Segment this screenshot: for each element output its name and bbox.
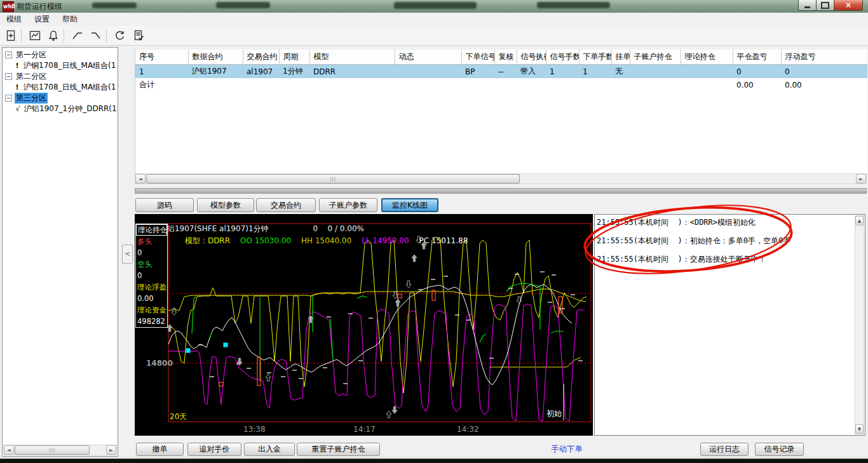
cell (395, 78, 461, 91)
cell (243, 78, 279, 91)
column-header[interactable]: 挂单 (611, 50, 630, 65)
信号记录-button[interactable]: 信号记录 (755, 443, 804, 456)
close-line-icon[interactable] (88, 29, 104, 43)
cell (188, 78, 243, 91)
tree-horizontal-scrollbar[interactable]: ◄ ||| ► (3, 445, 117, 455)
kline-monitor-chart[interactable]: 沪铝1907(SHFE al1907)1分钟0 0 / 0.00% 模型：DDR… (135, 214, 593, 436)
column-header[interactable]: 数据合约 (188, 50, 243, 65)
tree-item-label: 第一分区 (15, 50, 48, 60)
tree-item[interactable]: √沪铝1907_1分钟_DDRR(1) (3, 104, 118, 114)
tree-item[interactable]: −第三分区 (3, 93, 118, 104)
scroll-right-icon[interactable]: ► (856, 174, 866, 184)
info-row: 空头 (136, 258, 167, 270)
new-module-icon[interactable] (3, 29, 18, 43)
scroll-right-icon[interactable]: ► (106, 445, 116, 455)
column-header[interactable]: 信号执行 (517, 50, 546, 65)
tab-子账户参数[interactable]: 子账户参数 (319, 198, 377, 212)
column-header[interactable]: 理论持仓 (681, 50, 733, 65)
menu-item[interactable]: 设置 (28, 13, 56, 26)
tree-item[interactable]: !沪铜1708_日线_MA组合(1 (3, 60, 118, 71)
refresh-icon[interactable] (112, 29, 128, 43)
open-line-icon[interactable] (70, 29, 85, 43)
model-name: 模型：DDRR (185, 236, 230, 245)
minimize-icon (804, 6, 810, 8)
column-header[interactable]: 子账户持仓 (630, 50, 681, 65)
horizontal-splitter[interactable] (135, 188, 867, 194)
menu-item[interactable]: 模组 (0, 13, 28, 26)
撤单-button[interactable]: 撤单 (136, 443, 184, 456)
cell: 1 (546, 65, 579, 79)
tab-交易合约[interactable]: 交易合约 (256, 198, 316, 212)
toolbar-separator (21, 29, 22, 42)
column-header[interactable]: 周期 (279, 50, 309, 65)
chart-window-icon[interactable] (27, 29, 43, 43)
scroll-left-icon[interactable]: ◄ (135, 174, 146, 184)
column-header[interactable]: 下单信号 (461, 50, 494, 65)
cell: 1分钟 (279, 65, 309, 79)
manual-order-link[interactable]: 手动下单 (551, 444, 583, 455)
model-oo: OO 15030.00 (240, 236, 291, 245)
cell (630, 78, 681, 91)
model-ll: LL 14950.00 (362, 236, 409, 245)
menu-item[interactable]: 帮助 (56, 13, 84, 26)
cell (611, 78, 630, 91)
column-header[interactable]: 动态 (395, 50, 461, 65)
column-header[interactable]: 下单手数 (579, 50, 611, 65)
tree-items: −第一分区!沪铜1708_日线_MA组合(1−第二分区!沪铝1708_日线_MA… (3, 48, 118, 114)
alarm-bell-icon[interactable] (46, 29, 61, 43)
info-row: 理论浮盈 (136, 281, 167, 293)
table-horizontal-scrollbar[interactable]: ◄ ||| ► (135, 173, 867, 184)
tab-监控K线图[interactable]: 监控K线图 (381, 198, 438, 212)
重置子账户持仓-button[interactable]: 重置子账户持仓 (297, 443, 380, 456)
tree-item-label: 沪铜1708_日线_MA组合(1 (22, 60, 117, 71)
time-axis-label: 14:32 (457, 425, 479, 434)
scroll-left-icon[interactable]: ◄ (4, 445, 14, 455)
caption-buttons: × (798, 0, 863, 11)
cell: 1 (579, 65, 611, 79)
titlebar: wh8 期货运行模组 × (0, 0, 868, 13)
toolbar-separator (64, 29, 64, 42)
log-line: 21:55:55(本机时间 )：初始持仓：多单0手，空单0手 (597, 236, 790, 246)
log-vertical-scrollbar[interactable]: ▲ ▼ (855, 215, 864, 434)
scrollbar-track[interactable] (855, 225, 864, 424)
log-line: 21:55:55(本机时间 )：交易连接处于断开中！ (597, 254, 766, 265)
scrollbar-thumb[interactable]: ||| (146, 174, 520, 184)
time-axis-label: 13:38 (243, 425, 266, 434)
collapse-tree-button[interactable]: < (122, 245, 133, 264)
maximize-button[interactable] (817, 0, 834, 11)
cell (681, 65, 733, 79)
追对手价-button[interactable]: 追对手价 (187, 443, 241, 456)
toolbar (0, 26, 868, 46)
scrollbar-track[interactable] (90, 445, 106, 455)
column-header[interactable]: 浮动盈亏 (781, 50, 867, 65)
strategy-table[interactable]: 序号数据合约交易合约周期模型动态下单信号复核信号执行信号手数下单手数挂单子账户持… (135, 50, 867, 91)
running-check-icon: √ (14, 105, 22, 113)
运行日志-button[interactable]: 运行日志 (700, 443, 749, 456)
minimize-button[interactable] (798, 0, 817, 11)
column-header[interactable]: 交易合约 (243, 50, 279, 65)
column-header[interactable]: 平仓盈亏 (733, 50, 781, 65)
partition-tree: −第一分区!沪铜1708_日线_MA组合(1−第二分区!沪铝1708_日线_MA… (2, 47, 118, 457)
column-header[interactable]: 复核 (494, 50, 517, 65)
order-check-icon[interactable] (131, 29, 146, 43)
column-header[interactable]: 模型 (309, 50, 395, 65)
tree-item[interactable]: −第一分区 (3, 50, 118, 60)
window-bottom-edge (0, 457, 868, 459)
info-row: 0 (136, 247, 167, 258)
scroll-down-icon[interactable]: ▼ (855, 424, 864, 434)
scrollbar-track[interactable] (520, 174, 856, 184)
strategy-row[interactable]: 1沪铝1907al19071分钟DDRRBP--带入11无00 (135, 65, 867, 79)
close-button[interactable]: × (834, 0, 863, 11)
tab-模型参数[interactable]: 模型参数 (197, 198, 254, 212)
cell: 0 (733, 65, 781, 79)
出入金-button[interactable]: 出入金 (244, 443, 295, 456)
column-header[interactable]: 信号手数 (546, 50, 579, 65)
total-row[interactable]: 合计0.000.00 (135, 78, 867, 91)
scrollbar-thumb[interactable]: ||| (15, 445, 90, 455)
scroll-up-icon[interactable]: ▲ (855, 216, 864, 225)
tree-item[interactable]: −第二分区 (3, 71, 118, 82)
tree-item[interactable]: !沪铝1708_日线_MA组合(1 (3, 82, 118, 93)
collapse-expander-icon: − (5, 95, 12, 102)
tab-源码[interactable]: 源码 (135, 198, 194, 212)
column-header[interactable]: 序号 (135, 50, 188, 65)
